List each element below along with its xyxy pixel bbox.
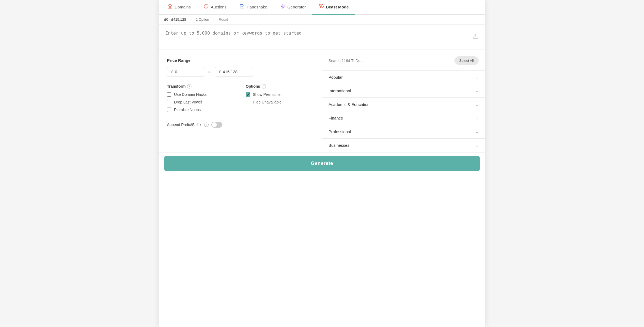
price-min-symbol: £	[171, 69, 173, 74]
chevron-professional-icon: ⌄	[475, 130, 479, 134]
svg-marker-3	[281, 4, 285, 8]
checkbox-pluralize-label: Pluralize Nouns	[174, 108, 201, 112]
svg-point-4	[321, 6, 322, 7]
left-panel: Price Range £ to £ Transform i	[159, 50, 322, 152]
svg-line-5	[319, 4, 320, 5]
handshake-icon	[240, 4, 244, 10]
append-label: Append Prefix/Suffix	[167, 123, 202, 127]
filter-divider-2: |	[213, 17, 214, 22]
tab-beast-mode[interactable]: Beast Mode	[312, 0, 355, 15]
tab-auctions-label: Auctions	[211, 5, 227, 9]
transform-label: Transform	[167, 84, 185, 88]
checkbox-drop-vowel-label: Drop Last Vowel	[174, 100, 202, 104]
app-container: Domains Auctions Handshake	[159, 0, 485, 327]
checkbox-show-premiums-label: Show Premiums	[253, 92, 281, 97]
tab-auctions[interactable]: Auctions	[197, 0, 233, 15]
checkbox-show-premiums-input[interactable]	[246, 92, 250, 97]
checkbox-domain-hacks[interactable]: Use Domain Hacks	[167, 92, 235, 97]
checkbox-domain-hacks-label: Use Domain Hacks	[174, 92, 207, 97]
checkbox-hide-unavailable-label: Hide Unavailable	[253, 100, 282, 104]
generate-button[interactable]: Generate	[164, 156, 480, 171]
tab-generator[interactable]: Generator	[274, 0, 312, 15]
search-input[interactable]	[165, 30, 479, 43]
tld-category-popular-label: Popular	[329, 75, 343, 80]
main-content: Price Range £ to £ Transform i	[159, 50, 485, 152]
checkbox-drop-vowel-input[interactable]	[167, 100, 171, 104]
tld-search-row: Select All	[322, 56, 485, 71]
search-area	[159, 25, 485, 50]
chevron-popular-icon: ⌄	[475, 75, 479, 80]
tab-domains-label: Domains	[175, 5, 191, 9]
tab-handshake[interactable]: Handshake	[233, 0, 274, 15]
tld-search-input[interactable]	[329, 59, 451, 63]
price-min-input[interactable]	[175, 69, 197, 74]
checkbox-domain-hacks-input[interactable]	[167, 92, 171, 97]
tab-bar: Domains Auctions Handshake	[159, 0, 485, 15]
transform-info-icon[interactable]: i	[187, 84, 191, 88]
tld-category-academic: Academic & Education ⌄	[322, 98, 485, 111]
tld-category-international-header[interactable]: International ⌄	[322, 84, 485, 97]
tab-generator-label: Generator	[287, 5, 306, 9]
filter-reset[interactable]: Reset	[219, 17, 228, 22]
price-range-label: Price Range	[167, 58, 314, 63]
toggle-slider	[211, 122, 222, 128]
price-max-input[interactable]	[223, 69, 244, 74]
chevron-academic-icon: ⌄	[475, 102, 479, 107]
beast-mode-icon	[319, 4, 324, 10]
chevron-international-icon: ⌄	[475, 89, 479, 93]
auctions-icon	[204, 4, 209, 10]
generate-section: Generate	[159, 152, 485, 175]
checkbox-pluralize[interactable]: Pluralize Nouns	[167, 108, 235, 112]
generator-icon	[280, 4, 285, 10]
options-header: Options i	[246, 84, 314, 88]
tld-category-academic-header[interactable]: Academic & Education ⌄	[322, 98, 485, 111]
price-to-label: to	[208, 70, 212, 74]
tld-category-businesses-header[interactable]: Businesses ⌄	[322, 139, 485, 152]
tld-category-finance-header[interactable]: Finance ⌄	[322, 111, 485, 125]
price-inputs: £ to £	[167, 67, 314, 77]
chevron-finance-icon: ⌄	[475, 116, 479, 120]
append-row: Append Prefix/Suffix i	[167, 122, 314, 128]
options-row: Transform i Use Domain Hacks Drop Last V…	[167, 84, 314, 115]
tld-category-popular: Popular ⌄	[322, 71, 485, 84]
tld-category-popular-header[interactable]: Popular ⌄	[322, 71, 485, 84]
filter-option-count: 1 Option	[196, 17, 209, 22]
price-max-symbol: £	[219, 69, 221, 74]
options-info-icon[interactable]: i	[262, 84, 266, 88]
checkbox-drop-vowel[interactable]: Drop Last Vowel	[167, 100, 235, 104]
tab-beast-mode-label: Beast Mode	[326, 5, 349, 9]
right-panel: Select All Popular ⌄ International ⌄	[322, 50, 485, 152]
tab-handshake-label: Handshake	[247, 5, 267, 9]
price-min-wrapper: £	[167, 67, 205, 77]
tld-category-professional-header[interactable]: Professional ⌄	[322, 125, 485, 138]
tld-category-businesses: Businesses ⌄	[322, 139, 485, 152]
tld-category-professional-label: Professional	[329, 129, 351, 134]
options-label: Options	[246, 84, 260, 88]
tab-domains[interactable]: Domains	[161, 0, 197, 15]
checkbox-pluralize-input[interactable]	[167, 108, 171, 112]
price-max-wrapper: £	[215, 67, 253, 77]
upload-icon[interactable]	[473, 33, 479, 41]
domains-icon	[168, 4, 172, 10]
transform-header: Transform i	[167, 84, 235, 88]
tld-category-finance-label: Finance	[329, 116, 343, 120]
checkbox-show-premiums[interactable]: Show Premiums	[246, 92, 314, 97]
transform-col: Transform i Use Domain Hacks Drop Last V…	[167, 84, 235, 115]
append-info-icon[interactable]: i	[204, 123, 209, 127]
tld-category-academic-label: Academic & Education	[329, 102, 370, 107]
append-toggle[interactable]	[211, 122, 222, 128]
filter-price-range: £0 - £415,128	[164, 17, 186, 22]
select-all-button[interactable]: Select All	[454, 56, 479, 65]
tld-category-businesses-label: Businesses	[329, 143, 349, 148]
filter-divider-1: |	[190, 17, 191, 22]
options-col: Options i Show Premiums Hide Unavailable	[246, 84, 314, 115]
tld-category-professional: Professional ⌄	[322, 125, 485, 139]
tld-category-finance: Finance ⌄	[322, 111, 485, 125]
checkbox-hide-unavailable[interactable]: Hide Unavailable	[246, 100, 314, 104]
tld-categories: Popular ⌄ International ⌄ Academic & Edu…	[322, 71, 485, 152]
tld-category-international-label: International	[329, 88, 351, 93]
tld-category-international: International ⌄	[322, 84, 485, 98]
checkbox-hide-unavailable-input[interactable]	[246, 100, 250, 104]
chevron-businesses-icon: ⌄	[475, 143, 479, 148]
filter-bar: £0 - £415,128 | 1 Option | Reset	[159, 15, 485, 25]
